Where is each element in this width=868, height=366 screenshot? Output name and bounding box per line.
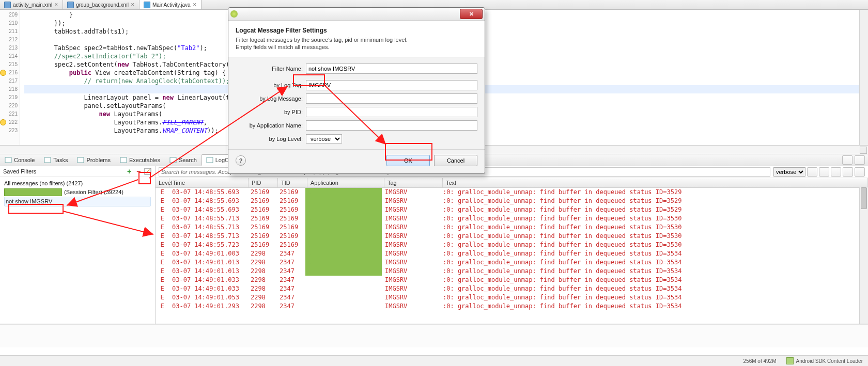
logcat-panel: Saved Filters + − All messages (no filte… [0, 166, 868, 324]
log-message-input[interactable] [306, 93, 477, 104]
log-vscroll[interactable] [859, 187, 868, 324]
maximize-icon[interactable] [855, 155, 865, 165]
cell-tid: 25169 [276, 232, 305, 241]
line-number: 215 [0, 60, 20, 69]
line-number: 209 [0, 11, 20, 19]
view-tab[interactable]: Console [0, 154, 39, 166]
remove-filter-icon[interactable]: − [134, 167, 143, 176]
ok-button[interactable]: OK [386, 155, 430, 166]
column-header[interactable]: Level [156, 178, 169, 187]
log-row[interactable]: E03-07 14:48:55.7232516925169.IMGSRV:0: … [156, 241, 868, 249]
view-tab[interactable]: Search [165, 154, 202, 166]
scroll-right-icon[interactable] [860, 147, 867, 154]
editor-tab[interactable]: MainActivity.java✕ [140, 0, 202, 9]
export-log-icon[interactable] [831, 167, 841, 177]
editor-scrollbar[interactable] [859, 10, 868, 145]
log-row[interactable]: E03-07 14:48:55.6932516925169.IMGSRV:0: … [156, 205, 868, 214]
column-header[interactable]: TID [278, 178, 307, 187]
log-row[interactable]: E03-07 14:49:01.03322982347IMGSRV:0: gra… [156, 276, 868, 284]
filter-row[interactable]: (Session Filter) (39224) [4, 188, 151, 197]
cell-time: 03-07 14:49:01.053 [169, 293, 247, 302]
filter-row[interactable]: not show IMGSRV [4, 197, 151, 206]
save-log-icon[interactable] [807, 167, 817, 177]
close-icon[interactable]: ✕ [193, 2, 197, 7]
log-row[interactable]: E03-07 14:49:01.05322982347IMGSRV:0: gra… [156, 293, 868, 302]
log-row[interactable]: E03-07 14:48:55.6932516925169.IMGSRV:0: … [156, 188, 868, 197]
dialog-titlebar[interactable]: ✕ [228, 8, 485, 21]
clear-log-icon[interactable] [819, 167, 829, 177]
add-filter-icon[interactable]: + [125, 167, 133, 176]
cell-level: E [156, 249, 169, 258]
column-header[interactable]: Tag [384, 178, 443, 187]
cell-time: 03-07 14:49:01.003 [169, 249, 247, 258]
pid-input[interactable] [306, 107, 477, 117]
line-number: 218 [0, 85, 20, 93]
cancel-button[interactable]: Cancel [434, 155, 477, 166]
cell-pid: 2298 [247, 267, 276, 276]
cell-time: 03-07 14:49:01.013 [169, 258, 247, 267]
log-row[interactable]: E03-07 14:48:55.7132516925169.IMGSRV:0: … [156, 214, 868, 223]
cell-pid: 2298 [247, 284, 276, 293]
cell-level: E [156, 267, 169, 276]
minimize-icon[interactable] [842, 155, 853, 165]
close-icon[interactable]: ✕ [54, 2, 58, 7]
svg-rect-0 [5, 157, 11, 163]
line-number: 210 [0, 19, 20, 27]
view-tab[interactable]: Executables [115, 154, 165, 166]
scroll-lock-icon[interactable] [843, 167, 853, 177]
cell-application: . [305, 214, 382, 223]
log-tag-input[interactable] [306, 80, 477, 90]
close-icon[interactable]: ✕ [131, 2, 135, 7]
cell-tid: 25169 [276, 223, 305, 232]
log-row[interactable]: E03-07 14:49:01.29322982347IMGSRV:0: gra… [156, 302, 868, 311]
log-level-select[interactable]: verbose [773, 167, 805, 177]
column-header[interactable]: PID [249, 178, 278, 187]
file-icon [67, 2, 74, 8]
column-header[interactable]: Time [169, 178, 249, 187]
view-tab[interactable]: Tasks [39, 154, 72, 166]
column-header[interactable]: Application [307, 178, 384, 187]
cell-application: . [305, 267, 382, 276]
help-icon[interactable]: ? [236, 155, 246, 166]
line-number: 220 [0, 102, 20, 110]
log-table-header[interactable]: LevelTimePIDTIDApplicationTagText [156, 178, 868, 188]
editor-tab[interactable]: group_background.xml✕ [63, 0, 140, 9]
progress-icon [786, 357, 794, 364]
cell-tag: IMGSRV [382, 232, 440, 241]
log-row[interactable]: E03-07 14:49:01.01322982347.IMGSRV:0: gr… [156, 258, 868, 267]
column-header[interactable]: Text [443, 178, 868, 187]
dialog-desc1: Filter logcat messages by the source's t… [236, 37, 408, 43]
line-number: 221 [0, 110, 20, 118]
log-row[interactable]: E03-07 14:48:55.7132516925169.IMGSRV:0: … [156, 223, 868, 232]
filter-name-input[interactable] [306, 63, 477, 74]
cell-level: E [156, 205, 169, 214]
cell-application: . [305, 205, 382, 214]
dialog-close-button[interactable]: ✕ [460, 9, 483, 19]
view-tab[interactable]: Problems [72, 154, 115, 166]
log-level-dialog-select[interactable]: verbose [306, 134, 342, 144]
editor-tab[interactable]: activity_main.xml✕ [0, 0, 63, 9]
cell-text: :0: gralloc_module_unmap: find buffer in… [440, 258, 868, 267]
cell-time: 03-07 14:48:55.723 [169, 241, 247, 249]
cell-pid: 25169 [247, 241, 276, 249]
edit-filter-icon[interactable] [144, 167, 152, 176]
tab-icon [44, 156, 51, 164]
tab-icon [5, 156, 12, 164]
log-row[interactable]: E03-07 14:49:01.01322982347.IMGSRV:0: gr… [156, 267, 868, 276]
dialog-header: Logcat Message Filter Settings Filter lo… [228, 21, 485, 57]
log-row[interactable]: E03-07 14:48:55.6932516925169.IMGSRV:0: … [156, 197, 868, 205]
log-table-body[interactable]: E03-07 14:48:55.6932516925169.IMGSRV:0: … [156, 188, 868, 311]
line-number: 217 [0, 77, 20, 85]
log-tag-label: by Log Tag: [236, 82, 306, 88]
cell-level: E [156, 241, 169, 249]
filter-label: All messages (no filters) (2427) [4, 179, 83, 188]
down-icon[interactable] [855, 167, 865, 177]
filter-row[interactable]: All messages (no filters) (2427) [4, 179, 151, 188]
log-row[interactable]: E03-07 14:49:01.00322982347.IMGSRV:0: gr… [156, 249, 868, 258]
cell-text: :0: gralloc_module_unmap: find buffer in… [440, 205, 868, 214]
log-row[interactable]: E03-07 14:48:55.7132516925169.IMGSRV:0: … [156, 232, 868, 241]
svg-rect-5 [207, 157, 213, 163]
cell-application: . [305, 249, 382, 258]
app-name-input[interactable] [306, 120, 477, 131]
log-row[interactable]: E03-07 14:49:01.03322982347IMGSRV:0: gra… [156, 284, 868, 293]
